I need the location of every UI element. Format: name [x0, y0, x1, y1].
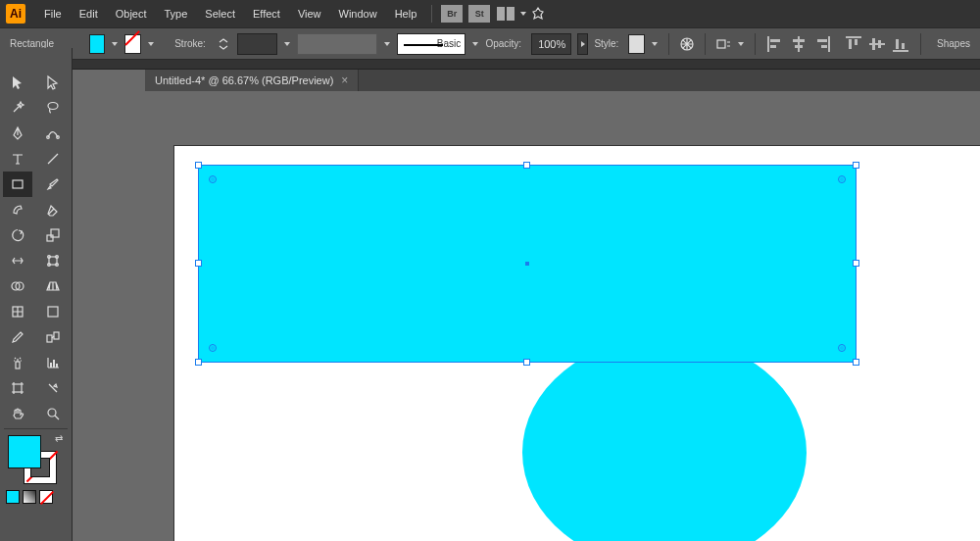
tab-close-button[interactable]: ×: [341, 74, 348, 87]
menu-type[interactable]: Type: [156, 0, 197, 27]
control-separator: [668, 33, 669, 55]
menu-window[interactable]: Window: [330, 0, 386, 27]
menu-view[interactable]: View: [289, 0, 330, 27]
fill-color-swatch[interactable]: [89, 34, 106, 54]
width-tool[interactable]: [3, 248, 32, 273]
selection-tool[interactable]: [3, 70, 32, 95]
bridge-button[interactable]: Br: [441, 5, 463, 23]
toolbox-divider: [4, 428, 68, 429]
zoom-tool[interactable]: [38, 401, 68, 426]
slice-tool[interactable]: [38, 375, 68, 401]
canvas-area[interactable]: Untitled-4* @ 66.67% (RGB/Preview) ×: [73, 70, 980, 541]
pen-tool[interactable]: [3, 121, 32, 146]
magic-wand-tool[interactable]: [3, 95, 32, 121]
fill-stroke-control[interactable]: ⇄: [8, 435, 57, 484]
style-dropdown-arrow[interactable]: [651, 39, 659, 49]
document-tab-bar: Untitled-4* @ 66.67% (RGB/Preview) ×: [145, 70, 980, 91]
menu-select[interactable]: Select: [196, 0, 244, 27]
none-mode-chip[interactable]: [39, 490, 53, 504]
align-top-button[interactable]: [844, 34, 863, 54]
lasso-tool[interactable]: [38, 95, 68, 121]
shaper-tool[interactable]: [3, 197, 32, 222]
svg-rect-7: [51, 229, 59, 237]
recolor-artwork-button[interactable]: [679, 34, 695, 54]
gradient-mode-chip[interactable]: [23, 490, 36, 504]
ellipse-shape[interactable]: [522, 337, 807, 541]
app-logo: Ai: [6, 4, 25, 24]
menu-edit[interactable]: Edit: [71, 0, 107, 27]
document-tab[interactable]: Untitled-4* @ 66.67% (RGB/Preview) ×: [145, 70, 359, 91]
variable-width-dropdown-arrow[interactable]: [383, 39, 391, 49]
column-graph-tool[interactable]: [38, 350, 68, 375]
svg-rect-6: [47, 235, 53, 241]
stroke-profile-dropdown[interactable]: [237, 33, 277, 55]
gpu-preview-icon[interactable]: [528, 4, 548, 24]
artboard-tool[interactable]: [3, 375, 32, 401]
artboard[interactable]: [174, 146, 980, 541]
align-left-button[interactable]: [765, 34, 785, 54]
align-right-button[interactable]: [812, 34, 832, 54]
align-hcenter-button[interactable]: [789, 34, 808, 54]
menu-object[interactable]: Object: [107, 0, 156, 27]
align-to-dropdown-arrow[interactable]: [737, 39, 745, 49]
stroke-color-swatch[interactable]: [124, 34, 141, 54]
shape-builder-tool[interactable]: [3, 273, 32, 299]
svg-rect-20: [50, 363, 52, 368]
tools-panel: ⇄: [0, 48, 73, 541]
brush-dropdown-arrow[interactable]: [471, 39, 479, 49]
shapes-label[interactable]: Shapes: [937, 38, 970, 49]
menu-divider: [431, 5, 432, 23]
graphic-style-swatch[interactable]: [628, 34, 645, 54]
style-label: Style:: [594, 38, 618, 49]
align-bottom-button[interactable]: [891, 34, 910, 54]
menu-effect[interactable]: Effect: [244, 0, 289, 27]
svg-rect-23: [14, 384, 22, 392]
scale-tool[interactable]: [38, 222, 68, 248]
arrange-documents-button[interactable]: [496, 4, 515, 24]
free-transform-tool[interactable]: [38, 248, 68, 273]
rectangle-shape[interactable]: [199, 166, 856, 362]
stock-button[interactable]: St: [468, 5, 490, 23]
brush-definition-dropdown[interactable]: Basic: [397, 33, 466, 55]
eraser-tool[interactable]: [38, 197, 68, 222]
perspective-grid-tool[interactable]: [38, 273, 68, 299]
stroke-weight-stepper[interactable]: [216, 34, 231, 54]
curvature-tool[interactable]: [38, 121, 68, 146]
panel-collapse-strip: ◂◂: [0, 60, 980, 70]
align-to-button[interactable]: [715, 34, 731, 54]
blend-tool[interactable]: [38, 324, 68, 350]
menu-file[interactable]: File: [35, 0, 71, 27]
stroke-label: Stroke:: [174, 38, 206, 49]
swap-fill-stroke-icon[interactable]: ⇄: [55, 433, 63, 444]
rectangle-tool[interactable]: [3, 172, 32, 197]
arrange-dropdown-icon[interactable]: [518, 9, 528, 19]
svg-rect-17: [47, 335, 52, 342]
symbol-sprayer-tool[interactable]: [3, 350, 32, 375]
fill-dropdown-icon[interactable]: [111, 39, 119, 49]
opacity-dropdown-arrow[interactable]: [577, 33, 589, 55]
fill-swatch-large[interactable]: [8, 435, 41, 468]
draw-mode-chips: [6, 490, 72, 504]
svg-rect-5: [13, 180, 23, 188]
paintbrush-tool[interactable]: [38, 172, 68, 197]
gradient-tool[interactable]: [38, 299, 68, 324]
color-mode-chip[interactable]: [6, 490, 20, 504]
menu-bar: Ai File Edit Object Type Select Effect V…: [0, 0, 980, 27]
type-tool[interactable]: [3, 146, 32, 172]
align-vcenter-button[interactable]: [867, 34, 887, 54]
eyedropper-tool[interactable]: [3, 324, 32, 350]
svg-rect-18: [54, 332, 59, 339]
opacity-input[interactable]: 100%: [531, 33, 571, 55]
line-tool[interactable]: [38, 146, 68, 172]
stroke-profile-dropdown-arrow[interactable]: [283, 39, 291, 49]
opacity-value: 100%: [538, 38, 565, 50]
menu-help[interactable]: Help: [386, 0, 426, 27]
mesh-tool[interactable]: [3, 299, 32, 324]
variable-width-profile[interactable]: [297, 33, 377, 55]
control-separator-2: [705, 33, 706, 55]
direct-selection-tool[interactable]: [38, 70, 68, 95]
stroke-dropdown-icon[interactable]: [147, 39, 155, 49]
rotate-tool[interactable]: [3, 222, 32, 248]
hand-tool[interactable]: [3, 401, 32, 426]
svg-point-2: [48, 103, 58, 110]
